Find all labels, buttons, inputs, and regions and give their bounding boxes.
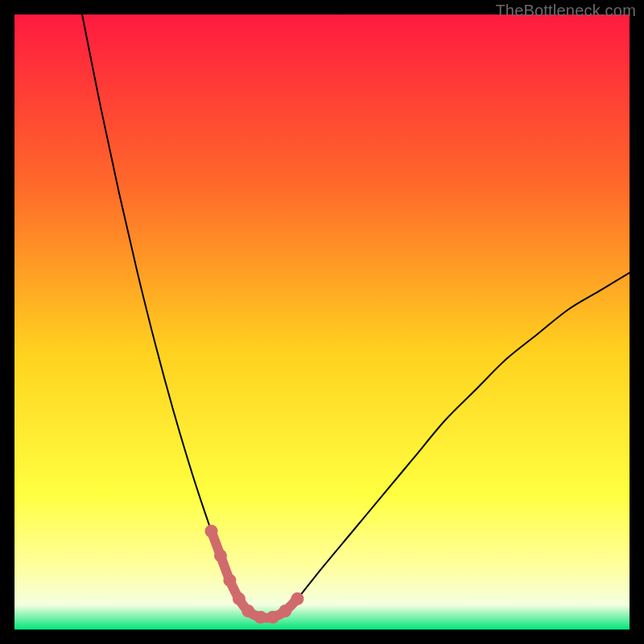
curve-marker — [254, 611, 267, 624]
gradient-background — [14, 14, 630, 630]
curve-marker — [233, 592, 246, 605]
chart-stage: TheBottleneck.com — [0, 0, 644, 644]
curve-marker — [291, 592, 303, 605]
curve-marker — [242, 605, 254, 617]
curve-marker — [214, 549, 227, 562]
plot-area — [14, 14, 630, 630]
curve-marker — [204, 525, 217, 538]
curve-marker — [223, 574, 236, 587]
watermark-text: TheBottleneck.com — [495, 2, 636, 20]
curve-marker — [266, 611, 279, 624]
chart-svg — [14, 14, 630, 630]
curve-marker — [279, 605, 291, 617]
